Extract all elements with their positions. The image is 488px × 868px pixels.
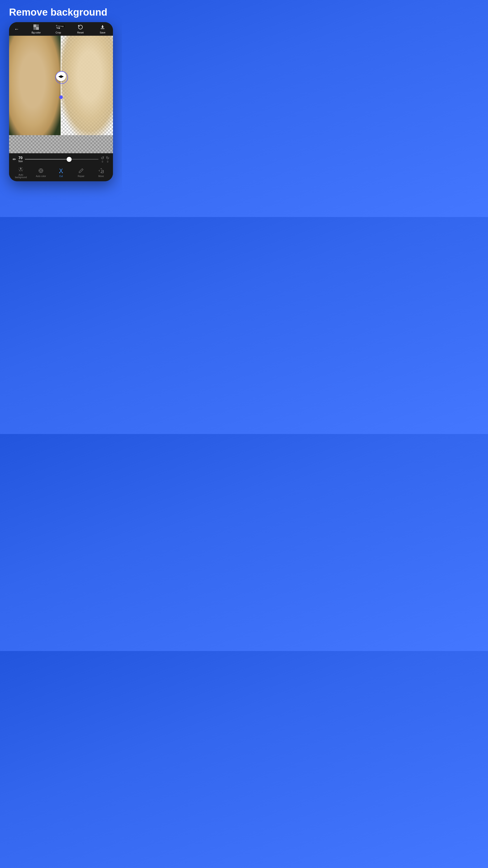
drag-handle[interactable]: ◀▶ — [54, 71, 68, 84]
divider-line — [61, 36, 61, 135]
svg-rect-14 — [102, 171, 103, 173]
cut-label: Cut — [59, 175, 63, 178]
move-icon — [98, 168, 104, 174]
svg-rect-3 — [36, 27, 39, 30]
crop-label: Crop — [56, 31, 61, 34]
toolbar: ← Bg color Crop 1 Crop — [9, 22, 113, 36]
auto-color-icon — [38, 168, 43, 174]
svg-point-7 — [40, 170, 42, 172]
bottom-nav: Autobackground Auto color — [9, 164, 113, 181]
repair-label: Repair — [78, 175, 84, 178]
size-number: 70 — [19, 156, 23, 160]
page-title: Remove background — [0, 0, 122, 22]
bg-color-label: Bg color — [32, 31, 41, 34]
auto-color-label: Auto color — [36, 175, 46, 178]
original-image — [9, 36, 61, 135]
size-slider[interactable] — [25, 157, 98, 162]
nav-auto-color[interactable]: Auto color — [33, 168, 49, 178]
slider-thumb[interactable] — [67, 157, 72, 162]
undo-count: 0 — [102, 160, 103, 163]
image-area[interactable]: ◀▶ — [9, 36, 113, 135]
brush-icon: ✏ — [13, 157, 16, 162]
crop-badge: 1 Crop — [57, 25, 65, 28]
repair-icon — [78, 168, 84, 174]
undo-redo-row: ↺ 0 ↻ 0 — [101, 156, 109, 163]
removed-bg-image — [61, 36, 113, 135]
reset-label: Reset — [77, 31, 84, 34]
redo-count: 0 — [107, 160, 108, 163]
nav-move[interactable]: Move — [93, 168, 109, 178]
svg-rect-0 — [33, 24, 36, 27]
move-label: Move — [98, 175, 104, 178]
reset-icon — [78, 24, 83, 31]
size-control: ✏ 70 Size ↺ 0 ↻ 0 — [9, 153, 113, 164]
auto-background-icon — [18, 166, 24, 173]
dog-background — [9, 36, 61, 135]
auto-background-label: Autobackground — [15, 174, 27, 179]
slider-track — [25, 159, 98, 160]
save-icon — [100, 24, 105, 31]
slider-fill — [25, 159, 69, 160]
svg-point-12 — [59, 172, 60, 173]
back-button[interactable]: ← — [13, 26, 21, 32]
save-label: Save — [100, 31, 105, 34]
dog-silhouette — [61, 36, 113, 135]
toolbar-reset[interactable]: Reset — [74, 24, 87, 34]
cut-icon — [58, 168, 64, 174]
size-text: Size — [18, 160, 23, 162]
svg-rect-2 — [33, 27, 36, 30]
nav-repair[interactable]: Repair — [73, 168, 89, 178]
bottom-checker-strip — [9, 135, 113, 153]
undo-icon: ↺ — [101, 156, 104, 160]
toolbar-bg-color[interactable]: Bg color — [29, 24, 43, 34]
drag-dot — [59, 95, 63, 99]
nav-cut[interactable]: Cut — [53, 168, 69, 178]
nav-auto-background[interactable]: Autobackground — [13, 166, 29, 179]
undo-redo-group: ↺ 0 ↻ 0 — [101, 156, 109, 163]
svg-rect-1 — [36, 24, 39, 27]
toolbar-crop[interactable]: Crop 1 Crop — [52, 24, 65, 34]
bg-color-icon — [33, 24, 39, 31]
svg-point-5 — [20, 168, 22, 169]
phone-frame: ← Bg color Crop 1 Crop — [9, 22, 113, 181]
drag-ring — [55, 71, 68, 84]
svg-rect-4 — [101, 29, 104, 29]
redo-button[interactable]: ↻ 0 — [106, 156, 109, 163]
svg-point-13 — [62, 172, 63, 173]
undo-button[interactable]: ↺ 0 — [101, 156, 104, 163]
redo-icon: ↻ — [106, 156, 109, 160]
toolbar-save[interactable]: Save — [96, 24, 109, 34]
size-label: 70 Size — [18, 156, 23, 162]
